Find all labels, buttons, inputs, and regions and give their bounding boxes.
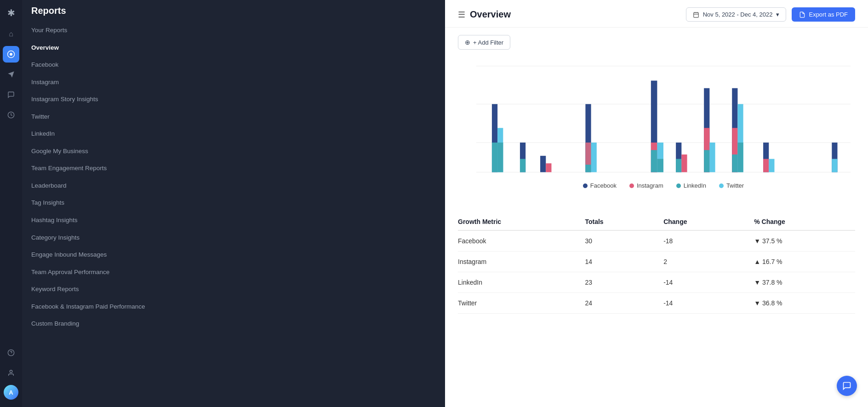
svg-text:Nov 20: Nov 20 [651, 175, 663, 177]
svg-rect-27 [591, 143, 597, 172]
reports-icon[interactable] [3, 46, 19, 63]
sidebar-item-linkedin[interactable]: LinkedIn [22, 125, 445, 143]
main-content: ☰ Overview Nov 5, 2022 - Dec 4, 2022 ▾ E… [445, 0, 868, 407]
svg-rect-39 [709, 143, 715, 172]
plus-circle-icon: ⊕ [465, 39, 470, 46]
svg-rect-34 [676, 159, 681, 172]
svg-rect-19 [497, 143, 503, 172]
svg-rect-22 [540, 156, 546, 172]
svg-text:Nov 26: Nov 26 [732, 175, 744, 177]
table-row: Twitter 24 -14 ▼ 36.8 % [458, 293, 855, 314]
svg-point-1 [10, 53, 12, 56]
export-pdf-button[interactable]: Export as PDF [792, 7, 855, 22]
col-header-pct-change: % Change [747, 213, 855, 230]
cell-metric-2: LinkedIn [458, 272, 577, 293]
sidebar-item-google-my-business[interactable]: Google My Business [22, 143, 445, 160]
svg-text:Dec 02: Dec 02 [828, 175, 840, 177]
chat-fab-button[interactable] [837, 376, 857, 396]
cell-totals-1: 14 [577, 252, 656, 272]
sidebar-item-fb-ig-paid[interactable]: Facebook & Instagram Paid Performance [22, 298, 445, 315]
sidebar-item-hashtag-insights[interactable]: Hashtag Insights [22, 212, 445, 229]
twitter-legend-label: Twitter [726, 182, 744, 189]
filter-bar: ⊕ + Add Filter [458, 35, 855, 50]
svg-text:Nov 10: Nov 10 [541, 175, 553, 177]
user-icon[interactable] [3, 365, 19, 381]
sidebar-item-custom-branding[interactable]: Custom Branding [22, 315, 445, 332]
cell-totals-2: 23 [577, 272, 656, 293]
date-range-picker[interactable]: Nov 5, 2022 - Dec 4, 2022 ▾ [686, 7, 787, 22]
page-title: Overview [470, 9, 511, 20]
growth-table: Growth Metric Totals Change % Change Fac… [458, 213, 855, 314]
sidebar-item-team-engagement[interactable]: Team Engagement Reports [22, 160, 445, 177]
cell-metric-0: Facebook [458, 230, 577, 252]
svg-text:Nov 08: Nov 08 [517, 175, 529, 177]
svg-rect-42 [732, 155, 737, 172]
sidebar-item-twitter[interactable]: Twitter [22, 108, 445, 126]
inbox-icon[interactable] [3, 86, 19, 103]
facebook-legend-label: Facebook [590, 182, 617, 189]
svg-rect-49 [832, 159, 837, 172]
svg-text:Nov 12: Nov 12 [567, 175, 579, 177]
legend-instagram: Instagram [629, 182, 663, 189]
svg-text:Nov 28: Nov 28 [764, 175, 776, 177]
cell-change-3: -14 [656, 293, 747, 314]
linkedin-legend-label: LinkedIn [684, 182, 706, 189]
sidebar-item-leaderboard[interactable]: Leaderboard [22, 177, 445, 195]
svg-rect-26 [585, 143, 591, 165]
cell-pct-0: ▼ 37.5 % [747, 230, 855, 252]
facebook-legend-dot [583, 183, 588, 188]
legend-linkedin: LinkedIn [676, 182, 706, 189]
instagram-legend-dot [629, 183, 634, 188]
linkedin-legend-dot [676, 183, 681, 188]
add-filter-button[interactable]: ⊕ + Add Filter [458, 35, 510, 50]
publish-icon[interactable] [3, 66, 19, 83]
svg-rect-38 [704, 150, 709, 172]
cell-pct-3: ▼ 36.8 % [747, 293, 855, 314]
topbar: ☰ Overview Nov 5, 2022 - Dec 4, 2022 ▾ E… [445, 0, 868, 28]
export-label: Export as PDF [809, 11, 848, 18]
svg-text:Nov 16: Nov 16 [614, 175, 626, 177]
sidebar-item-instagram[interactable]: Instagram [22, 74, 445, 91]
col-header-totals: Totals [577, 213, 656, 230]
svg-text:Nov 06: Nov 06 [489, 175, 501, 177]
svg-rect-30 [651, 150, 657, 172]
svg-text:Nov 14: Nov 14 [586, 175, 598, 177]
date-range-label: Nov 5, 2022 - Dec 4, 2022 [703, 11, 773, 18]
svg-text:Nov 30: Nov 30 [795, 175, 807, 177]
cell-totals-3: 24 [577, 293, 656, 314]
content-area: ⊕ + Add Filter 9 6 3 0 [445, 28, 868, 407]
table-row: Instagram 14 2 ▲ 16.7 % [458, 252, 855, 272]
svg-text:Nov 24: Nov 24 [704, 175, 716, 177]
cell-pct-2: ▼ 37.8 % [747, 272, 855, 293]
menu-hamburger-icon[interactable]: ☰ [458, 10, 465, 20]
sidebar-item-overview[interactable]: Overview [22, 39, 445, 57]
sidebar-item-tag-insights[interactable]: Tag Insights [22, 194, 445, 212]
cell-pct-1: ▲ 16.7 % [747, 252, 855, 272]
chart-legend: Facebook Instagram LinkedIn Twitter [476, 182, 851, 189]
svg-rect-23 [546, 163, 551, 172]
help-icon[interactable] [3, 344, 19, 361]
logo-icon: ✱ [7, 7, 15, 18]
analytics-icon[interactable] [3, 107, 19, 123]
avatar[interactable]: A [4, 385, 18, 400]
svg-rect-32 [657, 159, 663, 172]
sidebar-item-engage-inbound[interactable]: Engage Inbound Messages [22, 246, 445, 264]
sidebar: Reports Your Reports Overview Facebook I… [22, 0, 445, 407]
cell-change-0: -18 [656, 230, 747, 252]
bar-chart: 9 6 3 0 [476, 62, 851, 177]
svg-rect-35 [681, 155, 687, 172]
svg-text:Nov 22: Nov 22 [678, 175, 690, 177]
sidebar-item-instagram-story[interactable]: Instagram Story Insights [22, 91, 445, 108]
cell-change-2: -14 [656, 272, 747, 293]
sidebar-item-team-approval[interactable]: Team Approval Performance [22, 264, 445, 281]
svg-point-3 [10, 370, 12, 373]
sidebar-item-keyword-reports[interactable]: Keyword Reports [22, 281, 445, 298]
instagram-legend-label: Instagram [637, 182, 663, 189]
sidebar-item-facebook[interactable]: Facebook [22, 56, 445, 74]
table-row: Facebook 30 -18 ▼ 37.5 % [458, 230, 855, 252]
chat-icon [842, 381, 851, 390]
sidebar-your-reports[interactable]: Your Reports [22, 22, 445, 39]
sidebar-item-category-insights[interactable]: Category Insights [22, 229, 445, 246]
legend-twitter: Twitter [719, 182, 744, 189]
home-icon[interactable]: ⌂ [3, 26, 19, 42]
